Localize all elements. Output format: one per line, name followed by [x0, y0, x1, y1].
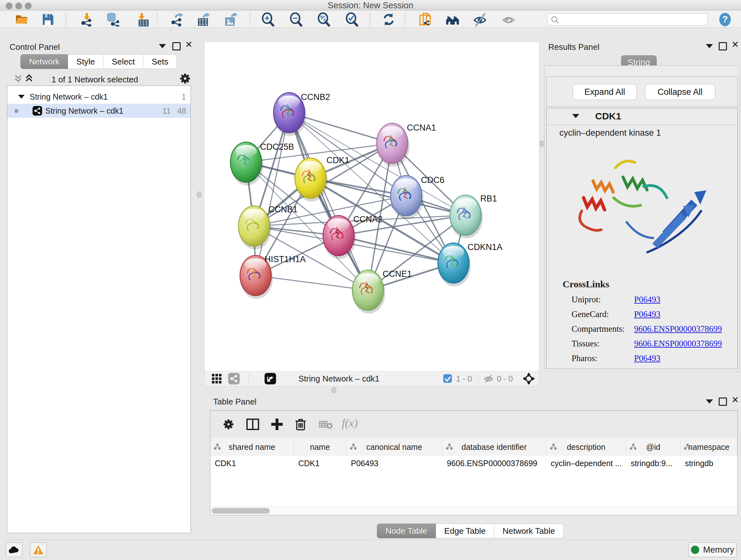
table-horizontal-scrollbar[interactable] — [210, 506, 738, 515]
tree-collapse-caret-icon[interactable] — [18, 95, 24, 99]
open-session-icon[interactable] — [15, 12, 29, 26]
column-header-shared-name[interactable]: shared name — [210, 438, 294, 456]
table-panel-close-icon[interactable]: ✕ — [731, 397, 739, 403]
table-panel-maximize-icon[interactable] — [719, 397, 727, 406]
results-panel-float-icon[interactable] — [706, 44, 713, 48]
collapse-all-button[interactable]: Collapse All — [645, 84, 715, 100]
collapse-all-networks-icon[interactable] — [23, 73, 35, 84]
network-row-selected[interactable]: String Network – cdk1 11 48 — [7, 104, 191, 118]
import-database-icon[interactable] — [106, 12, 120, 26]
column-header-canonical-name[interactable]: canonical name — [346, 438, 442, 456]
crosslink-link[interactable]: 9606.ENSP00000378699 — [634, 339, 722, 349]
protein-card-header[interactable]: CDK1 — [547, 108, 738, 125]
table-cell[interactable]: CDK1 — [210, 456, 294, 471]
node-CCNB1[interactable] — [239, 206, 271, 249]
table-cell[interactable]: 9606.ENSP00000378699 — [442, 456, 546, 471]
table-cell[interactable]: stringdb:9... — [626, 456, 680, 471]
import-network-icon[interactable] — [80, 12, 94, 26]
column-header-name[interactable]: name — [294, 438, 347, 456]
export-table-icon[interactable] — [196, 12, 210, 26]
help-icon[interactable]: ? — [718, 12, 731, 26]
grid-view-icon[interactable] — [212, 374, 222, 384]
function-builder-icon[interactable]: f(x) — [342, 416, 358, 430]
birdseye-view-icon[interactable] — [265, 373, 276, 384]
edge-CCNB2-HIST1H1A[interactable] — [256, 113, 289, 275]
tab-select[interactable]: Select — [104, 54, 143, 69]
tab-network-table[interactable]: Network Table — [494, 523, 563, 538]
network-options-gear-icon[interactable] — [179, 72, 192, 85]
expand-all-networks-icon[interactable] — [13, 73, 23, 84]
delete-table-icon[interactable] — [319, 420, 333, 430]
home-icon[interactable] — [446, 12, 460, 26]
table-cell[interactable]: stringdb — [680, 456, 738, 471]
table-cell[interactable]: CDK1 — [294, 456, 347, 471]
edge-CCNA2-CDKN1A[interactable] — [339, 236, 454, 263]
control-panel-maximize-icon[interactable] — [172, 42, 181, 51]
node-CDC6[interactable] — [391, 176, 423, 219]
column-header-description[interactable]: description — [546, 438, 626, 456]
node-CCNA2[interactable] — [323, 215, 356, 259]
node-CDK1[interactable] — [295, 158, 328, 201]
zoom-out-icon[interactable] — [289, 12, 303, 26]
warning-button[interactable] — [30, 543, 47, 557]
node-RB1[interactable] — [450, 195, 483, 239]
crosslink-link[interactable]: P06493 — [634, 309, 661, 319]
search-input[interactable] — [562, 14, 706, 24]
crosslinks-title: CrossLinks — [562, 279, 609, 290]
crosslink-link[interactable]: P06493 — [634, 295, 661, 305]
refresh-icon[interactable] — [382, 12, 396, 26]
pan-crosshair-icon[interactable] — [522, 372, 535, 385]
results-panel-close-icon[interactable]: ✕ — [731, 42, 739, 48]
toolbar-separator — [250, 13, 251, 26]
zoom-fit-icon[interactable] — [317, 12, 331, 26]
tab-style[interactable]: Style — [68, 54, 104, 69]
table-row[interactable]: CDK1CDK1P064939606.ENSP00000378699cyclin… — [210, 456, 738, 471]
node-CCNA1[interactable] — [377, 123, 409, 167]
protein-collapse-caret-icon[interactable] — [572, 114, 579, 118]
network-canvas[interactable]: CCNB2CCNA1CDC25BCDK1CDC6RB1CCNB1CCNA2CDK… — [204, 42, 539, 371]
scrollbar-thumb[interactable] — [212, 508, 270, 514]
toolbar-separator — [405, 13, 405, 26]
table-gear-icon[interactable] — [222, 418, 235, 431]
table-cell[interactable]: cyclin–dependent ... — [546, 456, 626, 471]
crosslink-link[interactable]: 9606.ENSP00000378699 — [634, 324, 722, 334]
show-columns-icon[interactable] — [246, 418, 259, 431]
zoom-selected-icon[interactable] — [345, 12, 359, 26]
results-panel-maximize-icon[interactable] — [719, 42, 727, 51]
hidden-eye-slash-icon[interactable] — [483, 374, 494, 383]
search-box[interactable] — [547, 13, 708, 25]
column-header-database-identifier[interactable]: database identifier — [442, 438, 546, 456]
add-column-icon[interactable] — [270, 418, 284, 431]
node-CCNE1[interactable] — [352, 270, 385, 314]
cloud-button[interactable] — [6, 543, 22, 557]
selected-checkbox-icon[interactable] — [443, 374, 452, 383]
show-all-icon[interactable] — [502, 12, 516, 26]
crosslink-label: Tissues: — [571, 339, 634, 349]
network-collection-row[interactable]: String Network – cdk1 1 — [7, 90, 191, 104]
application-window: Session: New Session — [0, 0, 741, 560]
control-panel-float-icon[interactable] — [159, 44, 166, 48]
control-panel-close-icon[interactable]: ✕ — [185, 42, 192, 48]
tab-edge-table[interactable]: Edge Table — [436, 523, 494, 538]
duplicate-session-icon[interactable] — [418, 12, 432, 26]
zoom-in-icon[interactable] — [261, 12, 275, 26]
import-table-icon[interactable] — [135, 12, 149, 26]
column-header-namespace[interactable]: namespace — [680, 438, 738, 456]
save-session-icon[interactable] — [41, 12, 55, 26]
tab-node-table[interactable]: Node Table — [377, 523, 436, 538]
column-header--id[interactable]: @id — [626, 438, 680, 456]
delete-column-icon[interactable] — [294, 418, 307, 431]
share-view-icon[interactable] — [228, 373, 240, 384]
memory-button[interactable]: Memory — [689, 543, 737, 557]
hide-selected-icon[interactable] — [473, 12, 487, 26]
table-panel-float-icon[interactable] — [706, 399, 713, 403]
tab-network[interactable]: Network — [20, 54, 68, 69]
node-CDKN1A[interactable] — [438, 243, 471, 287]
export-network-icon[interactable] — [170, 12, 184, 26]
expand-all-button[interactable]: Expand All — [573, 84, 636, 100]
export-image-icon[interactable] — [223, 12, 238, 26]
tab-sets[interactable]: Sets — [143, 54, 177, 69]
crosslink-link[interactable]: P06493 — [634, 354, 661, 363]
table-cell[interactable]: P06493 — [347, 456, 443, 471]
splitter-grip[interactable] — [197, 192, 202, 198]
